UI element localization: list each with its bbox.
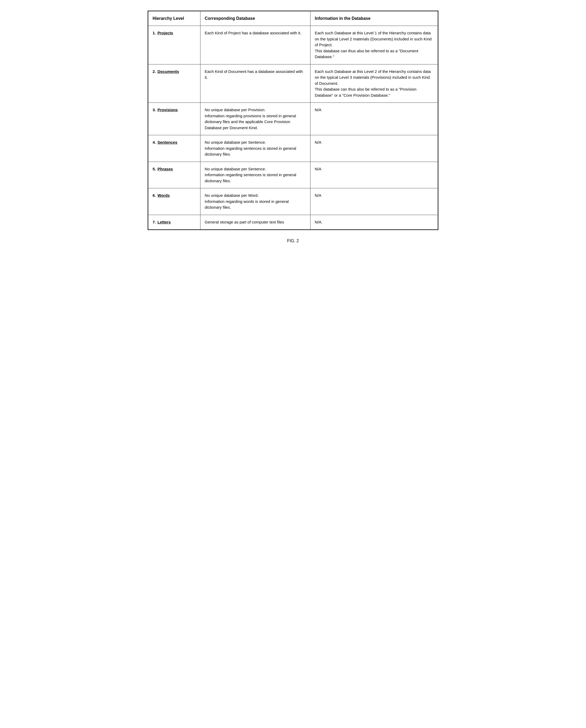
cell-database: Each Kind of Project has a database asso…	[200, 26, 311, 64]
database-paragraph: Each Kind of Document has a database ass…	[205, 69, 306, 81]
database-paragraph: No unique database per Provision.	[205, 107, 306, 113]
header-hierarchy: Hierarchy Level	[148, 11, 200, 26]
hierarchy-number: 6.	[152, 192, 156, 199]
info-paragraph: N/A	[315, 166, 434, 172]
cell-info: N/A	[311, 162, 438, 188]
table-row: 6.WordsNo unique database per Word.Infor…	[148, 188, 438, 215]
database-paragraph: No unique database per Sentence.	[205, 166, 306, 172]
hierarchy-label: Letters	[157, 219, 171, 225]
database-paragraph: Information regarding provisions is stor…	[205, 113, 306, 131]
hierarchy-number: 2.	[152, 69, 156, 75]
info-paragraph: N/A	[315, 139, 434, 146]
cell-info: N/A.	[311, 215, 438, 230]
table-row: 4.SentencesNo unique database per Senten…	[148, 135, 438, 162]
database-paragraph: Information regarding words is stored in…	[205, 199, 306, 210]
hierarchy-label: Provisions	[157, 107, 178, 113]
info-paragraph: N/A.	[315, 219, 434, 225]
header-info: Information in the Database	[311, 11, 438, 26]
table-row: 3.ProvisionsNo unique database per Provi…	[148, 103, 438, 135]
database-paragraph: General storage as part of computer text…	[205, 219, 306, 225]
hierarchy-table: Hierarchy Level Corresponding Database I…	[148, 11, 438, 230]
hierarchy-number: 4.	[152, 139, 156, 146]
cell-info: Each such Database at this Level 2 of th…	[311, 64, 438, 103]
info-paragraph: Each such Database at this Level 2 of th…	[315, 69, 434, 87]
header-database: Corresponding Database	[200, 11, 311, 26]
cell-database: General storage as part of computer text…	[200, 215, 311, 230]
hierarchy-label: Projects	[157, 30, 173, 36]
cell-database: Each Kind of Document has a database ass…	[200, 64, 311, 103]
info-paragraph: Each such Database at this Level 1 of th…	[315, 30, 434, 48]
cell-info: N/A	[311, 188, 438, 215]
cell-hierarchy-level: 3.Provisions	[148, 103, 200, 135]
info-paragraph: N/A	[315, 107, 434, 113]
database-paragraph: Information regarding sentences is store…	[205, 172, 306, 184]
cell-hierarchy-level: 2.Documents	[148, 64, 200, 103]
database-paragraph: Each Kind of Project has a database asso…	[205, 30, 306, 36]
table-row: 1.ProjectsEach Kind of Project has a dat…	[148, 26, 438, 64]
table-header-row: Hierarchy Level Corresponding Database I…	[148, 11, 438, 26]
cell-database: No unique database per Word.Information …	[200, 188, 311, 215]
table-row: 5.PhrasesNo unique database per Sentence…	[148, 162, 438, 188]
database-paragraph: No unique database per Sentence.	[205, 139, 306, 146]
table-row: 2.DocumentsEach Kind of Document has a d…	[148, 64, 438, 103]
cell-database: No unique database per Sentence.Informat…	[200, 135, 311, 162]
hierarchy-number: 3.	[152, 107, 156, 113]
cell-hierarchy-level: 1.Projects	[148, 26, 200, 64]
hierarchy-number: 5.	[152, 166, 156, 172]
figure-caption: FIG. 2	[287, 238, 299, 243]
cell-hierarchy-level: 5.Phrases	[148, 162, 200, 188]
info-paragraph: This database can thus also be referred …	[315, 86, 434, 98]
main-table-wrapper: Hierarchy Level Corresponding Database I…	[148, 10, 438, 230]
cell-database: No unique database per Sentence.Informat…	[200, 162, 311, 188]
hierarchy-label: Documents	[157, 69, 179, 75]
cell-hierarchy-level: 4.Sentences	[148, 135, 200, 162]
cell-info: N/A	[311, 103, 438, 135]
hierarchy-label: Sentences	[157, 139, 177, 146]
cell-database: No unique database per Provision.Informa…	[200, 103, 311, 135]
info-paragraph: N/A	[315, 192, 434, 199]
cell-info: N/A	[311, 135, 438, 162]
database-paragraph: No unique database per Word.	[205, 192, 306, 199]
hierarchy-label: Phrases	[157, 166, 173, 172]
database-paragraph: Information regarding sentences is store…	[205, 146, 306, 157]
table-row: 7.LettersGeneral storage as part of comp…	[148, 215, 438, 230]
cell-hierarchy-level: 6.Words	[148, 188, 200, 215]
cell-info: Each such Database at this Level 1 of th…	[311, 26, 438, 64]
hierarchy-number: 7.	[152, 219, 156, 225]
hierarchy-label: Words	[157, 192, 170, 199]
info-paragraph: This database can thus also be referred …	[315, 48, 434, 60]
hierarchy-number: 1.	[152, 30, 156, 36]
cell-hierarchy-level: 7.Letters	[148, 215, 200, 230]
